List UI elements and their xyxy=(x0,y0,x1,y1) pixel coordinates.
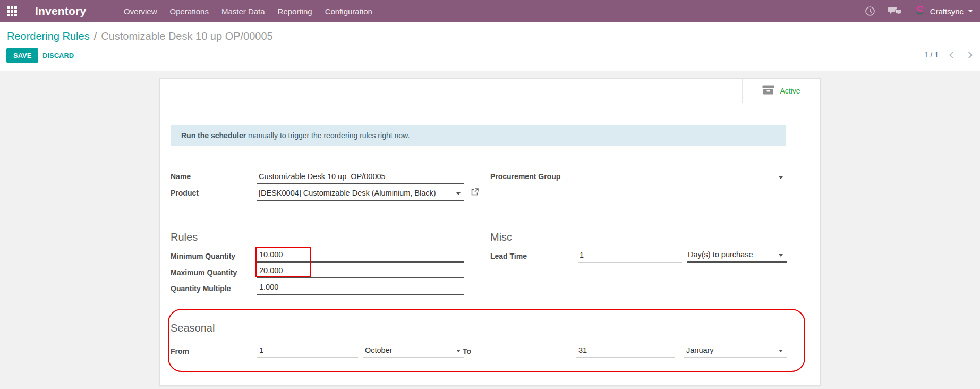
to-month-caret-icon xyxy=(779,350,783,352)
save-button[interactable]: SAVE xyxy=(6,48,38,63)
lead-time-label: Lead Time xyxy=(490,252,527,260)
active-status-label: Active xyxy=(780,87,800,95)
from-month-caret-icon xyxy=(456,350,461,352)
menu-configuration[interactable]: Configuration xyxy=(325,7,373,16)
section-title-misc: Misc xyxy=(490,231,512,243)
menu-overview[interactable]: Overview xyxy=(123,7,158,16)
active-archive-button[interactable]: Active xyxy=(742,79,820,103)
quantity-multiple-input[interactable]: 1.000 xyxy=(257,280,464,295)
seasonal-from-day-input[interactable]: 1 xyxy=(257,343,358,358)
archive-box-icon xyxy=(762,85,774,97)
lead-time-uom-caret-icon xyxy=(779,254,783,257)
pager-previous-icon[interactable] xyxy=(949,52,956,58)
breadcrumb-reordering-rules[interactable]: Reordering Rules xyxy=(7,30,90,42)
name-input[interactable]: Customizable Desk 10 up OP/00005 xyxy=(257,168,464,184)
minimum-quantity-label: Minimum Quantity xyxy=(171,252,235,260)
pager: 1 / 1 xyxy=(924,50,972,59)
section-title-seasonal: Seasonal xyxy=(171,322,215,334)
discard-button[interactable]: DISCARD xyxy=(42,52,74,60)
product-dropdown-caret-icon xyxy=(456,192,461,195)
product-select[interactable]: [DESK0004] Customizable Desk (Aluminium,… xyxy=(257,185,464,201)
maximum-quantity-label: Maximum Quantity xyxy=(171,268,237,277)
breadcrumb: Reordering Rules/Customizable Desk 10 up… xyxy=(7,30,273,43)
messages-chat-icon[interactable] xyxy=(888,6,902,16)
seasonal-from-month-select[interactable]: October xyxy=(363,343,464,358)
procurement-group-caret-icon xyxy=(779,176,783,179)
product-external-link-icon[interactable] xyxy=(471,188,479,198)
menu-master-data[interactable]: Master Data xyxy=(221,7,266,16)
section-title-rules: Rules xyxy=(171,231,198,243)
procurement-group-label: Procurement Group xyxy=(490,172,560,181)
app-title: Inventory xyxy=(35,5,86,18)
user-menu[interactable]: Craftsync xyxy=(915,5,973,18)
seasonal-to-label: To xyxy=(463,347,471,356)
product-label: Product xyxy=(171,189,199,197)
top-navbar: Inventory Overview Operations Master Dat… xyxy=(0,0,980,22)
quantity-multiple-label: Quantity Multiple xyxy=(171,284,231,293)
main-menu: Overview Operations Master Data Reportin… xyxy=(123,0,373,22)
banner-bold-text: Run the scheduler xyxy=(181,131,246,140)
seasonal-from-label: From xyxy=(171,347,189,356)
lead-time-input[interactable]: 1 xyxy=(578,248,682,263)
menu-operations[interactable]: Operations xyxy=(169,7,209,16)
name-label: Name xyxy=(171,172,191,181)
seasonal-to-month-select[interactable]: January xyxy=(684,343,787,358)
scheduler-info-banner: Run the scheduler manually to trigger th… xyxy=(171,125,786,146)
lead-time-uom-select[interactable]: Day(s) to purchase xyxy=(687,248,787,263)
pager-value[interactable]: 1 / 1 xyxy=(924,50,939,59)
annotation-highlight-seasonal xyxy=(168,309,805,372)
banner-text: manually to trigger the reordering rules… xyxy=(246,131,410,140)
form-sheet: Active Run the scheduler manually to tri… xyxy=(159,78,821,386)
company-logo-avatar xyxy=(915,5,925,18)
procurement-group-select[interactable] xyxy=(578,168,787,184)
seasonal-to-day-input[interactable]: 31 xyxy=(576,343,675,358)
chevron-down-icon xyxy=(968,10,973,12)
minimum-quantity-input[interactable]: 10.000 xyxy=(257,248,464,263)
user-name: Craftsync xyxy=(930,7,964,16)
breadcrumb-separator: / xyxy=(94,30,97,42)
breadcrumb-current-record: Customizable Desk 10 up OP/00005 xyxy=(101,30,273,42)
maximum-quantity-input[interactable]: 20.000 xyxy=(257,264,464,278)
menu-reporting[interactable]: Reporting xyxy=(277,7,313,16)
activities-clock-icon[interactable] xyxy=(865,6,875,16)
pager-next-icon[interactable] xyxy=(966,52,973,58)
apps-menu-icon[interactable] xyxy=(7,6,17,16)
